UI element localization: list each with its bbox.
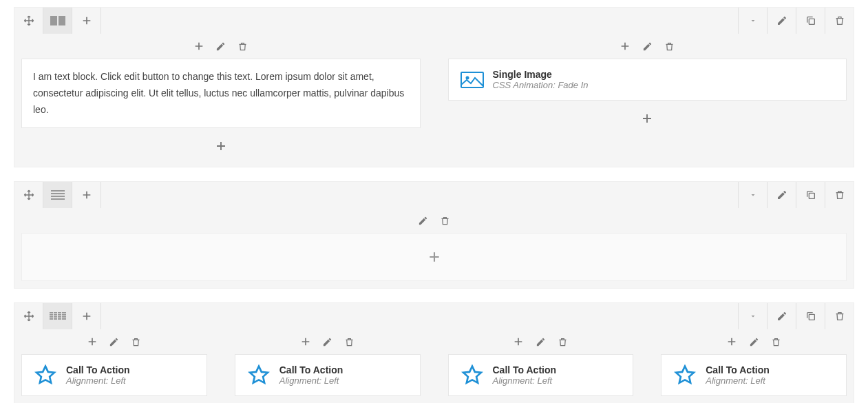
add-column-button[interactable]	[72, 182, 101, 208]
single-image-element[interactable]: Single Image CSS Animation: Fade In	[448, 59, 847, 101]
add-element-bottom-button[interactable]	[637, 109, 657, 128]
row-block: Call To Action Alignment: Left Call To A…	[14, 302, 854, 403]
clone-row-button[interactable]	[796, 182, 825, 208]
element-subtitle: Alignment: Left	[66, 375, 195, 386]
text-block-element[interactable]: I am text block. Click edit button to ch…	[21, 59, 421, 128]
row-controls	[14, 182, 854, 208]
row-options-button[interactable]	[738, 8, 767, 34]
move-row-button[interactable]	[14, 303, 43, 329]
cta-element[interactable]: Call To Action Alignment: Left	[661, 354, 847, 396]
add-element-button[interactable]	[296, 332, 315, 351]
edit-column-button[interactable]	[637, 37, 657, 56]
delete-column-button[interactable]	[659, 37, 679, 56]
column: Call To Action Alignment: Left	[14, 329, 214, 403]
element-title: Call To Action	[706, 364, 835, 375]
add-column-button[interactable]	[72, 8, 101, 34]
delete-column-button[interactable]	[233, 37, 253, 56]
add-element-button[interactable]	[722, 332, 741, 351]
column: Call To Action Alignment: Left	[654, 329, 854, 403]
row-block	[14, 181, 854, 289]
edit-row-button[interactable]	[767, 8, 796, 34]
cta-element[interactable]: Call To Action Alignment: Left	[235, 354, 421, 396]
empty-column-add-area[interactable]	[21, 233, 847, 281]
image-icon	[460, 70, 485, 90]
add-element-button[interactable]	[615, 37, 635, 56]
element-subtitle: CSS Animation: Fade In	[493, 80, 836, 90]
element-title: Call To Action	[66, 364, 195, 375]
add-element-bottom-button[interactable]	[211, 136, 231, 156]
row-layout-button[interactable]	[43, 182, 72, 208]
delete-column-button[interactable]	[553, 332, 572, 351]
column: Call To Action Alignment: Left	[441, 329, 641, 403]
text-block-content: I am text block. Click edit button to ch…	[33, 69, 409, 118]
add-column-button[interactable]	[72, 303, 101, 329]
star-icon	[673, 366, 697, 385]
svg-rect-0	[809, 19, 814, 24]
svg-rect-4	[809, 315, 814, 320]
row-layout-button[interactable]	[43, 303, 72, 329]
add-element-button[interactable]	[509, 332, 528, 351]
column: Single Image CSS Animation: Fade In	[441, 34, 854, 167]
element-title: Call To Action	[493, 364, 622, 375]
delete-column-button[interactable]	[127, 332, 146, 351]
delete-column-button[interactable]	[766, 332, 785, 351]
element-subtitle: Alignment: Left	[279, 375, 409, 386]
edit-row-button[interactable]	[767, 182, 796, 208]
row-controls	[14, 303, 854, 329]
row-controls	[14, 8, 854, 34]
edit-column-button[interactable]	[531, 332, 550, 351]
row-options-button[interactable]	[738, 182, 767, 208]
svg-rect-1	[461, 72, 483, 87]
edit-column-button[interactable]	[744, 332, 763, 351]
element-subtitle: Alignment: Left	[493, 375, 622, 386]
element-title: Single Image	[493, 69, 836, 80]
edit-column-button[interactable]	[318, 332, 337, 351]
add-element-button[interactable]	[189, 37, 209, 56]
row-block: I am text block. Click edit button to ch…	[14, 7, 854, 167]
delete-row-button[interactable]	[825, 8, 854, 34]
star-icon	[460, 366, 485, 385]
row-options-button[interactable]	[738, 303, 767, 329]
edit-row-button[interactable]	[767, 303, 796, 329]
svg-rect-3	[809, 194, 814, 199]
clone-row-button[interactable]	[796, 8, 825, 34]
delete-column-button[interactable]	[436, 211, 455, 230]
move-row-button[interactable]	[14, 8, 43, 34]
edit-column-button[interactable]	[414, 211, 433, 230]
edit-column-button[interactable]	[105, 332, 124, 351]
star-icon	[246, 366, 271, 385]
star-icon	[33, 366, 58, 385]
delete-column-button[interactable]	[340, 332, 359, 351]
clone-row-button[interactable]	[796, 303, 825, 329]
element-title: Call To Action	[279, 364, 409, 375]
move-row-button[interactable]	[14, 182, 43, 208]
cta-element[interactable]: Call To Action Alignment: Left	[448, 354, 634, 396]
delete-row-button[interactable]	[825, 303, 854, 329]
cta-element[interactable]: Call To Action Alignment: Left	[21, 354, 207, 396]
column: Call To Action Alignment: Left	[228, 329, 427, 403]
element-subtitle: Alignment: Left	[706, 375, 835, 386]
column: I am text block. Click edit button to ch…	[14, 34, 427, 167]
svg-point-2	[465, 76, 469, 79]
edit-column-button[interactable]	[211, 37, 231, 56]
delete-row-button[interactable]	[825, 182, 854, 208]
row-layout-button[interactable]	[43, 8, 72, 34]
add-element-button[interactable]	[83, 332, 102, 351]
